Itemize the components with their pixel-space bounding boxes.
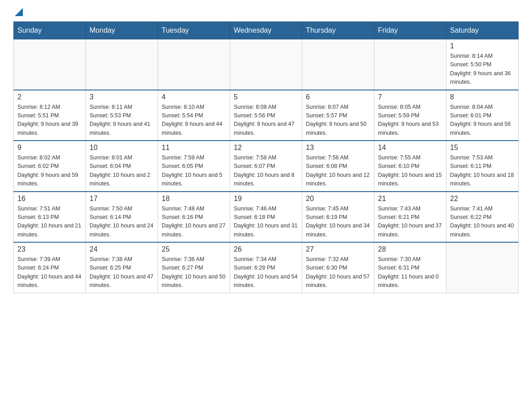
calendar-cell: 24Sunrise: 7:38 AM Sunset: 6:25 PM Dayli… bbox=[86, 242, 158, 293]
calendar-cell: 21Sunrise: 7:43 AM Sunset: 6:21 PM Dayli… bbox=[374, 192, 446, 243]
day-number: 17 bbox=[90, 195, 154, 203]
calendar-cell: 22Sunrise: 7:41 AM Sunset: 6:22 PM Dayli… bbox=[446, 192, 519, 243]
calendar-cell: 28Sunrise: 7:30 AM Sunset: 6:31 PM Dayli… bbox=[374, 242, 446, 293]
calendar-cell: 11Sunrise: 7:59 AM Sunset: 6:05 PM Dayli… bbox=[158, 141, 230, 192]
calendar-week-row-2: 2Sunrise: 8:12 AM Sunset: 5:51 PM Daylig… bbox=[14, 90, 519, 141]
calendar-cell: 6Sunrise: 8:07 AM Sunset: 5:57 PM Daylig… bbox=[302, 90, 374, 141]
day-info: Sunrise: 7:56 AM Sunset: 6:08 PM Dayligh… bbox=[306, 154, 370, 188]
day-number: 2 bbox=[17, 93, 82, 101]
calendar-cell bbox=[446, 242, 519, 293]
day-number: 1 bbox=[450, 42, 515, 50]
day-info: Sunrise: 8:05 AM Sunset: 5:59 PM Dayligh… bbox=[378, 103, 442, 138]
calendar-cell bbox=[14, 39, 86, 90]
day-number: 21 bbox=[378, 195, 442, 203]
calendar-cell: 20Sunrise: 7:45 AM Sunset: 6:19 PM Dayli… bbox=[302, 192, 374, 243]
calendar-cell: 1Sunrise: 8:14 AM Sunset: 5:50 PM Daylig… bbox=[446, 39, 519, 90]
day-number: 25 bbox=[162, 245, 226, 253]
calendar-cell bbox=[374, 39, 446, 90]
day-info: Sunrise: 7:41 AM Sunset: 6:22 PM Dayligh… bbox=[450, 205, 515, 240]
day-number: 8 bbox=[450, 93, 515, 101]
weekday-header-monday: Monday bbox=[86, 22, 158, 39]
day-number: 3 bbox=[90, 93, 154, 101]
day-info: Sunrise: 7:38 AM Sunset: 6:25 PM Dayligh… bbox=[90, 255, 154, 290]
weekday-header-sunday: Sunday bbox=[14, 22, 86, 39]
day-number: 6 bbox=[306, 93, 370, 101]
day-number: 13 bbox=[306, 144, 370, 152]
day-number: 16 bbox=[17, 195, 82, 203]
calendar-cell: 25Sunrise: 7:36 AM Sunset: 6:27 PM Dayli… bbox=[158, 242, 230, 293]
logo bbox=[13, 9, 23, 17]
calendar-week-row-1: 1Sunrise: 8:14 AM Sunset: 5:50 PM Daylig… bbox=[14, 39, 519, 90]
calendar-cell bbox=[86, 39, 158, 90]
day-number: 12 bbox=[234, 144, 298, 152]
calendar-cell: 2Sunrise: 8:12 AM Sunset: 5:51 PM Daylig… bbox=[14, 90, 86, 141]
day-info: Sunrise: 8:04 AM Sunset: 6:01 PM Dayligh… bbox=[450, 103, 515, 138]
svg-marker-0 bbox=[15, 8, 23, 16]
day-number: 11 bbox=[162, 144, 226, 152]
day-info: Sunrise: 7:39 AM Sunset: 6:24 PM Dayligh… bbox=[17, 255, 82, 290]
calendar-table: SundayMondayTuesdayWednesdayThursdayFrid… bbox=[13, 21, 519, 293]
calendar-cell: 26Sunrise: 7:34 AM Sunset: 6:28 PM Dayli… bbox=[230, 242, 302, 293]
day-number: 4 bbox=[162, 93, 226, 101]
day-info: Sunrise: 7:48 AM Sunset: 6:16 PM Dayligh… bbox=[162, 205, 226, 240]
day-number: 10 bbox=[90, 144, 154, 152]
calendar-cell: 9Sunrise: 8:02 AM Sunset: 6:02 PM Daylig… bbox=[14, 141, 86, 192]
day-info: Sunrise: 7:51 AM Sunset: 6:13 PM Dayligh… bbox=[17, 205, 82, 240]
calendar-cell: 7Sunrise: 8:05 AM Sunset: 5:59 PM Daylig… bbox=[374, 90, 446, 141]
day-info: Sunrise: 8:02 AM Sunset: 6:02 PM Dayligh… bbox=[17, 154, 82, 188]
day-number: 23 bbox=[17, 245, 82, 253]
day-info: Sunrise: 8:08 AM Sunset: 5:56 PM Dayligh… bbox=[234, 103, 298, 138]
day-number: 7 bbox=[378, 93, 442, 101]
day-info: Sunrise: 8:14 AM Sunset: 5:50 PM Dayligh… bbox=[450, 52, 515, 87]
page-header bbox=[13, 9, 519, 17]
day-info: Sunrise: 7:58 AM Sunset: 6:07 PM Dayligh… bbox=[234, 154, 298, 188]
day-info: Sunrise: 8:10 AM Sunset: 5:54 PM Dayligh… bbox=[162, 103, 226, 138]
day-info: Sunrise: 7:30 AM Sunset: 6:31 PM Dayligh… bbox=[378, 255, 442, 290]
day-info: Sunrise: 8:11 AM Sunset: 5:53 PM Dayligh… bbox=[90, 103, 154, 138]
day-info: Sunrise: 7:32 AM Sunset: 6:30 PM Dayligh… bbox=[306, 255, 370, 290]
day-info: Sunrise: 7:36 AM Sunset: 6:27 PM Dayligh… bbox=[162, 255, 226, 290]
day-number: 28 bbox=[378, 245, 442, 253]
calendar-week-row-5: 23Sunrise: 7:39 AM Sunset: 6:24 PM Dayli… bbox=[14, 242, 519, 293]
day-number: 26 bbox=[234, 245, 298, 253]
day-number: 24 bbox=[90, 245, 154, 253]
calendar-cell: 13Sunrise: 7:56 AM Sunset: 6:08 PM Dayli… bbox=[302, 141, 374, 192]
day-number: 18 bbox=[162, 195, 226, 203]
calendar-week-row-4: 16Sunrise: 7:51 AM Sunset: 6:13 PM Dayli… bbox=[14, 192, 519, 243]
calendar-cell: 16Sunrise: 7:51 AM Sunset: 6:13 PM Dayli… bbox=[14, 192, 86, 243]
calendar-cell: 3Sunrise: 8:11 AM Sunset: 5:53 PM Daylig… bbox=[86, 90, 158, 141]
weekday-header-thursday: Thursday bbox=[302, 22, 374, 39]
calendar-cell: 4Sunrise: 8:10 AM Sunset: 5:54 PM Daylig… bbox=[158, 90, 230, 141]
calendar-cell bbox=[230, 39, 302, 90]
day-info: Sunrise: 7:50 AM Sunset: 6:14 PM Dayligh… bbox=[90, 205, 154, 240]
day-number: 14 bbox=[378, 144, 442, 152]
calendar-cell: 12Sunrise: 7:58 AM Sunset: 6:07 PM Dayli… bbox=[230, 141, 302, 192]
day-info: Sunrise: 8:01 AM Sunset: 6:04 PM Dayligh… bbox=[90, 154, 154, 188]
weekday-header-tuesday: Tuesday bbox=[158, 22, 230, 39]
day-number: 20 bbox=[306, 195, 370, 203]
calendar-cell: 23Sunrise: 7:39 AM Sunset: 6:24 PM Dayli… bbox=[14, 242, 86, 293]
calendar-cell: 19Sunrise: 7:46 AM Sunset: 6:18 PM Dayli… bbox=[230, 192, 302, 243]
calendar-cell: 5Sunrise: 8:08 AM Sunset: 5:56 PM Daylig… bbox=[230, 90, 302, 141]
calendar-cell: 27Sunrise: 7:32 AM Sunset: 6:30 PM Dayli… bbox=[302, 242, 374, 293]
day-info: Sunrise: 8:12 AM Sunset: 5:51 PM Dayligh… bbox=[17, 103, 82, 138]
day-info: Sunrise: 7:53 AM Sunset: 6:11 PM Dayligh… bbox=[450, 154, 515, 188]
calendar-cell: 17Sunrise: 7:50 AM Sunset: 6:14 PM Dayli… bbox=[86, 192, 158, 243]
calendar-cell bbox=[302, 39, 374, 90]
calendar-week-row-3: 9Sunrise: 8:02 AM Sunset: 6:02 PM Daylig… bbox=[14, 141, 519, 192]
day-number: 27 bbox=[306, 245, 370, 253]
day-info: Sunrise: 7:55 AM Sunset: 6:10 PM Dayligh… bbox=[378, 154, 442, 188]
weekday-header-friday: Friday bbox=[374, 22, 446, 39]
weekday-header-row: SundayMondayTuesdayWednesdayThursdayFrid… bbox=[14, 22, 519, 39]
logo-arrow-icon bbox=[15, 8, 23, 16]
day-number: 9 bbox=[17, 144, 82, 152]
calendar-cell: 18Sunrise: 7:48 AM Sunset: 6:16 PM Dayli… bbox=[158, 192, 230, 243]
day-number: 19 bbox=[234, 195, 298, 203]
weekday-header-wednesday: Wednesday bbox=[230, 22, 302, 39]
day-info: Sunrise: 8:07 AM Sunset: 5:57 PM Dayligh… bbox=[306, 103, 370, 138]
calendar-cell: 8Sunrise: 8:04 AM Sunset: 6:01 PM Daylig… bbox=[446, 90, 519, 141]
day-info: Sunrise: 7:46 AM Sunset: 6:18 PM Dayligh… bbox=[234, 205, 298, 240]
day-info: Sunrise: 7:34 AM Sunset: 6:28 PM Dayligh… bbox=[234, 255, 298, 290]
weekday-header-saturday: Saturday bbox=[446, 22, 519, 39]
calendar-cell: 15Sunrise: 7:53 AM Sunset: 6:11 PM Dayli… bbox=[446, 141, 519, 192]
